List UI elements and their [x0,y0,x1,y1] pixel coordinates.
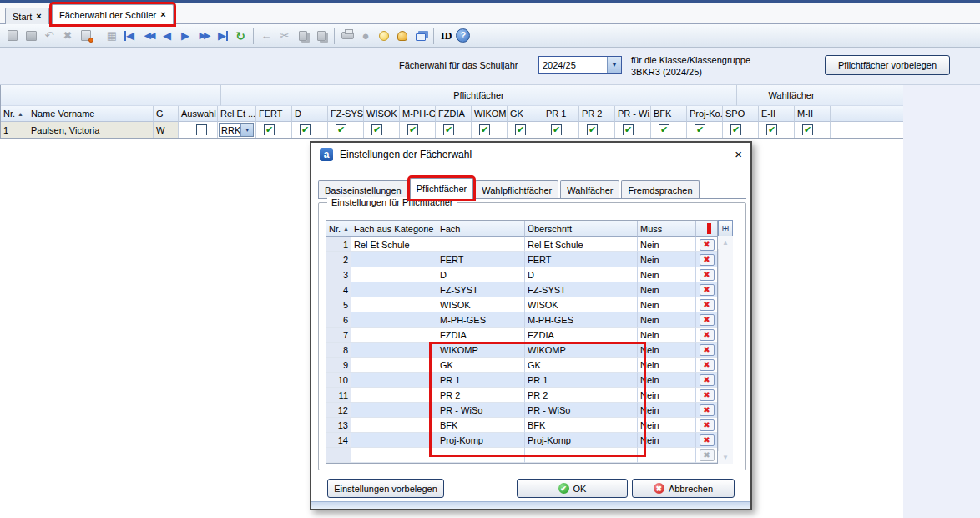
cell-fach[interactable]: PR 1 [437,373,525,388]
column-header-g[interactable]: G [154,106,179,122]
subject-checkbox[interactable]: ✔ [515,124,526,135]
subject-checkbox[interactable]: ✔ [336,124,346,135]
cell-kategorie[interactable] [351,328,437,343]
cell-muss[interactable]: Nein [638,312,696,328]
settings-row[interactable]: 5WISOKWISOKNein✖ [326,297,717,312]
delete-row-button[interactable]: ✖ [700,404,715,416]
nav-first-icon[interactable]: ◀ [122,28,139,44]
settings-column-überschrift[interactable]: Überschrift [525,221,638,237]
settings-row[interactable]: 4FZ-SYSTFZ-SYSTNein✖ [326,282,717,297]
delete-row-button[interactable]: ✖ [700,254,715,266]
subject-checkbox[interactable]: ✔ [551,124,562,135]
nav-next-icon[interactable]: ▶ [177,28,194,44]
column-header-rel-et-[interactable]: Rel Et ... [218,106,256,122]
windows-icon[interactable] [412,28,429,44]
delete-row-button[interactable]: ✖ [700,239,715,251]
delete-row-button[interactable]: ✖ [700,344,715,356]
delete-row-button[interactable]: ✖ [700,359,715,371]
undo-icon[interactable]: ↶ [41,28,58,44]
column-header-subject[interactable]: BFK [651,106,687,122]
nav-last-icon[interactable]: ▶ [214,28,230,44]
settings-row[interactable]: 3DDNein✖ [326,267,717,282]
save-icon[interactable] [23,28,39,44]
nav-prev-icon[interactable]: ◀ [159,28,175,44]
dialog-tab-fremdsprachen[interactable]: Fremdsprachen [621,180,699,199]
cell-muss[interactable]: Nein [638,282,696,297]
settings-column-fach-aus-kategorie[interactable]: Fach aus Kategorie [351,221,437,237]
column-header-subject[interactable]: PR 2 [579,106,615,122]
dialog-tab-wahlpflichtfächer[interactable]: Wahlpflichtfächer [475,180,558,199]
cell-fach[interactable]: FZDIA [437,328,525,343]
delete-row-button[interactable]: ✖ [700,374,715,386]
settings-row[interactable]: 13BFKBFKNein✖ [326,418,717,433]
column-header-subject[interactable]: M-II [795,106,831,122]
subject-checkbox[interactable]: ✔ [802,124,813,135]
cell-ueberschrift[interactable]: WISOK [525,297,638,312]
scrollbar-track[interactable] [718,249,733,451]
cell-fach[interactable]: D [437,267,525,282]
settings-row[interactable]: 14Proj-KompProj-KompNein✖ [326,433,717,448]
settings-column-fach[interactable]: Fach [437,221,525,237]
settings-row[interactable]: 11PR 2PR 2Nein✖ [326,388,717,403]
column-header-subject[interactable]: WISOK [364,106,400,122]
subject-checkbox[interactable]: ✔ [623,124,634,135]
delete-row-button[interactable]: ✖ [700,329,715,341]
dialog-close-icon[interactable]: × [735,147,742,161]
auswahl-checkbox[interactable] [196,124,207,135]
einstellungen-vorbelegen-button[interactable]: Einstellungen vorbelegen [327,479,444,498]
settings-row[interactable]: 7FZDIAFZDIANein✖ [326,328,717,343]
column-header-subject[interactable]: FZDIA [436,106,472,122]
subject-checkbox[interactable]: ✔ [695,124,705,135]
cell-kategorie[interactable] [351,418,437,433]
subject-checkbox[interactable]: ✔ [766,124,777,135]
cell-kategorie[interactable] [351,358,437,373]
subject-checkbox[interactable]: ✔ [659,124,669,135]
settings-column-muss[interactable]: Muss [638,221,696,237]
subject-checkbox[interactable]: ✔ [587,124,598,135]
cell-muss[interactable]: Nein [638,297,696,312]
cell-fach[interactable]: WIKOMP [437,343,525,358]
delete-row-button[interactable]: ✖ [700,389,715,401]
schuljahr-dropdown[interactable]: 2024/25 ▼ [538,56,622,74]
cell-kategorie[interactable] [351,343,437,358]
cell-muss[interactable]: Nein [638,343,696,358]
delete-row-button[interactable]: ✖ [700,269,715,281]
help-icon[interactable]: ? [456,28,470,43]
cell-fach[interactable]: Proj-Komp [437,433,525,448]
settings-row[interactable]: 12PR - WiSoPR - WiSoNein✖ [326,403,717,418]
pflichtfaecher-vorbelegen-button[interactable]: Pflichtfächer vorbelegen [825,55,950,75]
column-header-nr[interactable]: Nr.▲ [1,106,28,122]
delete-row-button[interactable]: ✖ [700,419,715,431]
cell-ueberschrift[interactable]: Proj-Komp [525,433,638,448]
disc-icon[interactable]: ● [357,28,374,44]
cell-ueberschrift[interactable]: WIKOMP [525,343,638,358]
subject-checkbox[interactable]: ✔ [407,124,418,135]
cell-muss[interactable]: Nein [638,358,696,373]
cell-fach[interactable]: BFK [437,418,525,433]
tab-start-close-icon[interactable]: × [36,12,41,21]
dialog-tab-basiseinstellungen[interactable]: Basiseinstellungen [318,180,408,199]
cell-muss[interactable]: Nein [638,267,696,282]
column-header-subject[interactable]: PR 1 [543,106,579,122]
delete-row-button[interactable]: ✖ [700,434,715,446]
settings-row[interactable]: 10PR 1PR 1Nein✖ [326,373,717,388]
cell-kategorie[interactable] [351,403,437,418]
delete-row-button[interactable]: ✖ [700,299,715,311]
column-header-subject[interactable]: FZ-SYST [328,106,364,122]
cell-ueberschrift[interactable]: D [525,267,638,282]
rel-et-dropdown[interactable]: RRK▼ [219,123,254,137]
subject-checkbox[interactable]: ✔ [479,124,490,135]
scroll-up-icon[interactable]: ▲ [718,236,733,249]
cancel-button[interactable]: ✖ Abbrechen [632,479,735,498]
column-header-subject[interactable]: Proj-Ko... [687,106,723,122]
cell-fach[interactable]: PR 2 [437,388,525,403]
nav-fast-next-icon[interactable]: ▶▶ [195,28,212,44]
refresh-icon[interactable]: ↻ [232,28,249,44]
nav-fast-prev-icon[interactable]: ◀◀ [140,28,157,44]
column-header-subject[interactable]: E-II [759,106,795,122]
column-header-subject[interactable]: D [292,106,328,122]
delete-row-button[interactable]: ✖ [700,284,715,296]
chevron-down-icon[interactable]: ▼ [607,57,621,73]
cell-ueberschrift[interactable]: Rel Et Schule [525,237,638,252]
column-header-subject[interactable]: PR - Wi... [615,106,651,122]
